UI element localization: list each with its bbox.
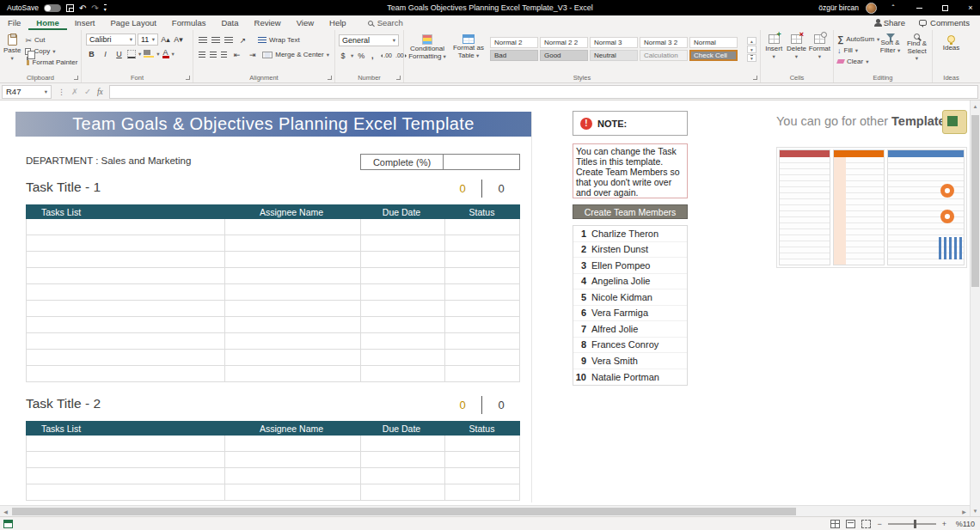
increase-indent-icon[interactable]: ⇥ bbox=[247, 49, 258, 60]
task-row[interactable] bbox=[27, 452, 519, 468]
tab-insert[interactable]: Insert bbox=[67, 15, 103, 30]
format-cells-button[interactable]: Format ▾ bbox=[809, 33, 830, 60]
align-right-icon[interactable] bbox=[221, 52, 228, 58]
alignment-dialog-launcher-icon[interactable] bbox=[328, 76, 332, 80]
team-member-row[interactable]: 9Vera Smith bbox=[573, 353, 687, 369]
close-button[interactable]: × bbox=[961, 0, 980, 15]
user-avatar[interactable] bbox=[866, 3, 877, 14]
decrease-font-size-button[interactable]: A▾ bbox=[173, 34, 184, 46]
find-select-button[interactable]: Find & Select ▾ bbox=[905, 32, 928, 66]
font-size-combo[interactable]: 11▾ bbox=[138, 34, 158, 46]
ideas-button[interactable]: Ideas bbox=[937, 34, 966, 52]
task-row[interactable] bbox=[27, 284, 519, 301]
create-team-members-button[interactable]: Create Team Members bbox=[573, 204, 688, 219]
italic-button[interactable]: I bbox=[100, 48, 111, 59]
align-bottom-icon[interactable] bbox=[224, 37, 233, 44]
paste-button[interactable]: Paste ▾ bbox=[3, 33, 21, 67]
conditional-formatting-button[interactable]: Conditional Formatting ▾ bbox=[407, 33, 447, 60]
increase-font-size-button[interactable]: A▴ bbox=[160, 34, 171, 46]
decrease-indent-icon[interactable]: ⇤ bbox=[231, 49, 242, 60]
zoom-slider[interactable] bbox=[888, 523, 936, 525]
normal-view-button[interactable] bbox=[830, 520, 840, 528]
name-box-dropdown-icon[interactable]: ▾ bbox=[45, 88, 47, 95]
cell-style-normal[interactable]: Normal bbox=[689, 37, 738, 48]
copy-button[interactable]: Copy ▾ bbox=[25, 46, 77, 56]
task-1-value-b[interactable]: 0 bbox=[481, 180, 520, 198]
wrap-text-button[interactable]: Wrap Text bbox=[258, 35, 300, 45]
format-painter-button[interactable]: Format Painter bbox=[25, 58, 77, 67]
task-1-value-a[interactable]: 0 bbox=[444, 180, 481, 198]
task-row[interactable] bbox=[27, 484, 519, 501]
minimize-button[interactable] bbox=[910, 0, 928, 15]
tab-home[interactable]: Home bbox=[28, 15, 66, 30]
task-row[interactable] bbox=[27, 350, 519, 366]
zoom-out-icon[interactable]: − bbox=[877, 520, 881, 528]
team-member-row[interactable]: 1Charlize Theron bbox=[573, 226, 687, 242]
horizontal-scrollbar[interactable]: ◀ ▶ bbox=[0, 505, 970, 516]
sort-filter-button[interactable]: Sort & Filter ▾ bbox=[879, 32, 902, 66]
template-preview-thumbnails[interactable] bbox=[776, 147, 967, 268]
user-name[interactable]: özgür bircan bbox=[818, 3, 859, 12]
redo-icon[interactable]: ↷ bbox=[91, 3, 98, 13]
comments-button[interactable]: Comments bbox=[919, 18, 970, 27]
insert-cells-button[interactable]: Insert ▾ bbox=[763, 33, 784, 60]
scroll-up-icon[interactable]: ▲ bbox=[971, 101, 980, 112]
sheet-status-icon[interactable] bbox=[3, 520, 13, 528]
align-left-icon[interactable] bbox=[199, 52, 205, 58]
autosave-toggle[interactable] bbox=[44, 4, 61, 12]
task-2-value-b[interactable]: 0 bbox=[481, 396, 520, 414]
task-row[interactable] bbox=[27, 468, 519, 484]
worksheet[interactable]: Team Goals & Objectives Planning Excel T… bbox=[0, 101, 970, 505]
restore-button[interactable] bbox=[935, 0, 954, 15]
zoom-in-icon[interactable]: + bbox=[942, 520, 946, 528]
formula-input[interactable] bbox=[109, 85, 978, 99]
fill-color-button[interactable] bbox=[144, 50, 154, 58]
scroll-left-icon[interactable]: ◀ bbox=[0, 506, 11, 516]
autosum-button[interactable]: ∑ AutoSum ▾ bbox=[837, 34, 875, 44]
tab-formulas[interactable]: Formulas bbox=[164, 15, 214, 30]
underline-button[interactable]: U bbox=[113, 48, 125, 59]
task-row[interactable] bbox=[27, 317, 519, 333]
task-row[interactable] bbox=[27, 333, 519, 350]
template-logo-icon[interactable] bbox=[942, 110, 967, 134]
clear-button[interactable]: Clear ▾ bbox=[837, 57, 875, 66]
cell-style-normal-2[interactable]: Normal 2 bbox=[490, 37, 538, 48]
save-icon[interactable] bbox=[66, 4, 74, 12]
task-row[interactable] bbox=[27, 235, 519, 252]
comma-style-button[interactable]: , bbox=[369, 50, 376, 61]
cell-style-normal-3[interactable]: Normal 3 bbox=[590, 37, 638, 48]
percent-style-button[interactable]: % bbox=[357, 50, 365, 61]
task-row[interactable] bbox=[27, 268, 519, 284]
cell-style-check-cell[interactable]: Check Cell bbox=[689, 50, 738, 61]
cell-style-neutral[interactable]: Neutral bbox=[590, 50, 638, 61]
team-member-row[interactable]: 6Vera Farmiga bbox=[573, 306, 687, 322]
orientation-button[interactable]: ↗ bbox=[237, 34, 248, 46]
zoom-slider-thumb[interactable] bbox=[914, 520, 916, 528]
scroll-down-icon[interactable]: ▼ bbox=[971, 505, 980, 516]
borders-button[interactable] bbox=[127, 50, 136, 58]
merge-center-button[interactable]: Merge & Center ▾ bbox=[262, 50, 329, 59]
task-row[interactable] bbox=[27, 366, 519, 382]
styles-dialog-launcher-icon[interactable] bbox=[753, 76, 757, 80]
task-row[interactable] bbox=[27, 436, 519, 452]
team-member-row[interactable]: 4Angelina Jolie bbox=[573, 274, 687, 290]
styles-gallery-up-icon[interactable]: ▴ bbox=[747, 37, 756, 45]
number-dialog-launcher-icon[interactable] bbox=[396, 76, 401, 80]
zoom-level[interactable]: %110 bbox=[952, 520, 975, 528]
team-member-row[interactable]: 7Alfred Jolie bbox=[573, 321, 687, 338]
font-color-button[interactable]: A bbox=[162, 49, 169, 58]
tab-page-layout[interactable]: Page Layout bbox=[102, 15, 163, 30]
vertical-scroll-thumb[interactable] bbox=[971, 115, 979, 287]
align-top-icon[interactable] bbox=[199, 37, 207, 44]
align-middle-icon[interactable] bbox=[211, 37, 220, 44]
tab-view[interactable]: View bbox=[289, 15, 322, 30]
task-row[interactable] bbox=[27, 301, 519, 317]
task-2-value-a[interactable]: 0 bbox=[444, 396, 481, 414]
format-as-table-button[interactable]: Format as Table ▾ bbox=[450, 33, 487, 59]
cell-style-normal-2-2[interactable]: Normal 2 2 bbox=[540, 37, 588, 48]
insert-function-icon[interactable]: fx bbox=[97, 88, 103, 96]
team-member-row[interactable]: 2Kirsten Dunst bbox=[573, 242, 687, 259]
cell-style-normal-3-2[interactable]: Normal 3 2 bbox=[640, 37, 688, 48]
page-layout-view-button[interactable] bbox=[846, 520, 855, 528]
delete-cells-button[interactable]: Delete ▾ bbox=[786, 33, 806, 60]
